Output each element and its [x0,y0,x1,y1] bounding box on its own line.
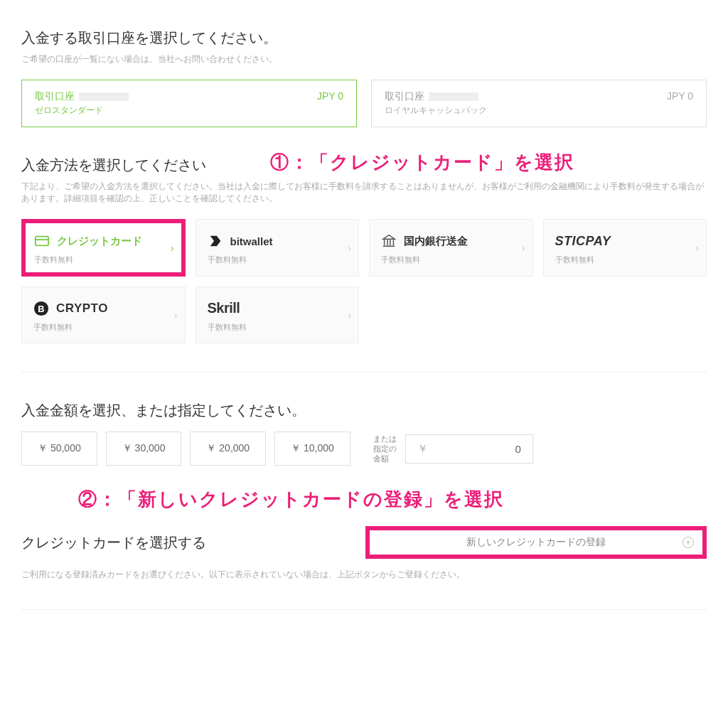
plus-circle-icon: + [682,537,694,548]
card-icon [34,233,50,249]
method-selection-section: 入金方法を選択してください 下記より、ご希望の入金方法を選択してください。当社は… [21,156,707,343]
bitwallet-icon [208,233,223,249]
amount-selection-section: 入金金額を選択、または指定してください。 ￥ 50,000 ￥ 30,000 ￥… [21,401,707,466]
chevron-right-icon: › [174,309,178,321]
currency-symbol: ￥ [417,442,428,456]
amount-preset-20000[interactable]: ￥ 20,000 [190,432,266,466]
method-credit-card[interactable]: クレジットカード 手数料無料 › [21,219,186,277]
amount-input[interactable] [434,443,521,455]
method-fee: 手数料無料 [33,322,173,333]
redacted-block [79,92,129,101]
svg-text:B: B [38,303,44,314]
account-selection-section: 入金する取引口座を選択してください。 ご希望の口座が一覧にない場合は、当社へお問… [21,28,707,127]
chevron-right-icon: › [171,242,174,254]
redacted-block [429,92,478,101]
method-domestic-bank[interactable]: 国内銀行送金 手数料無料 › [369,219,533,277]
account-type: ゼロスタンダード [35,105,129,117]
amount-preset-10000[interactable]: ￥ 10,000 [274,432,350,466]
amount-preset-50000[interactable]: ￥ 50,000 [21,432,97,466]
divider [21,372,707,373]
method-skrill[interactable]: Skrill 手数料無料 › [196,286,360,343]
method-fee: 手数料無料 [555,255,695,265]
methods-grid: クレジットカード 手数料無料 › bitwallet 手数料無料 › 国内銀行送… [21,219,707,343]
method-crypto[interactable]: B CRYPTO 手数料無料 › [21,286,186,343]
account-section-title: 入金する取引口座を選択してください。 [21,28,707,48]
new-credit-card-button[interactable]: 新しいクレジットカードの登録 + [365,526,707,559]
account-balance: JPY 0 [317,90,343,102]
skrill-logo: Skrill [208,300,240,316]
amounts-row: ￥ 50,000 ￥ 30,000 ￥ 20,000 ￥ 10,000 または … [21,432,707,466]
sticpay-logo: STICPAY [555,234,611,249]
chevron-right-icon: › [348,309,351,321]
bank-icon [381,233,397,249]
method-label: CRYPTO [56,301,108,316]
method-section-sub: 下記より、ご希望の入金方法を選択してください。当社は入金に際してお客様に手数料を… [21,181,707,205]
bitcoin-icon: B [33,301,49,316]
method-label: 国内銀行送金 [404,235,468,248]
chevron-right-icon: › [348,242,351,254]
method-bitwallet[interactable]: bitwallet 手数料無料 › [196,219,360,277]
account-card-royal-cashback[interactable]: 取引口座 ロイヤルキャッシュバック JPY 0 [371,80,707,127]
account-name: 取引口座 [385,90,487,103]
divider [21,609,707,610]
card-select-section: クレジットカードを選択する 新しいクレジットカードの登録 + ご利用になる登録済… [21,526,707,581]
accounts-row: 取引口座 ゼロスタンダード JPY 0 取引口座 ロイヤルキャッシュバック JP… [21,80,707,127]
account-balance: JPY 0 [667,90,693,102]
account-card-zero-standard[interactable]: 取引口座 ゼロスタンダード JPY 0 [21,80,357,127]
annotation-1: ①：「クレジットカード」を選択 [270,150,574,175]
chevron-right-icon: › [695,242,699,254]
card-select-title: クレジットカードを選択する [21,533,206,552]
amount-preset-30000[interactable]: ￥ 30,000 [106,432,182,466]
account-name: 取引口座 [35,90,129,103]
method-label: bitwallet [230,235,273,247]
method-fee: 手数料無料 [208,322,348,333]
method-fee: 手数料無料 [208,255,348,265]
account-type: ロイヤルキャッシュバック [385,105,487,117]
method-fee: 手数料無料 [34,255,173,265]
amount-input-wrapper[interactable]: ￥ [405,434,533,464]
annotation-2: ②：「新しいクレジットカードの登録」を選択 [78,487,707,512]
svg-rect-0 [36,237,48,246]
method-label: クレジットカード [57,235,142,248]
account-section-sub: ご希望の口座が一覧にない場合は、当社へお問い合わせください。 [21,53,707,65]
amount-or-label: または 指定の 金額 [373,434,397,464]
card-select-sub: ご利用になる登録済みカードをお選びください。以下に表示されていない場合は、上記ボ… [21,569,707,581]
new-card-label: 新しいクレジットカードの登録 [466,536,606,549]
method-fee: 手数料無料 [381,255,521,265]
method-sticpay[interactable]: STICPAY 手数料無料 › [543,219,707,277]
amount-section-title: 入金金額を選択、または指定してください。 [21,401,707,420]
chevron-right-icon: › [522,242,525,254]
